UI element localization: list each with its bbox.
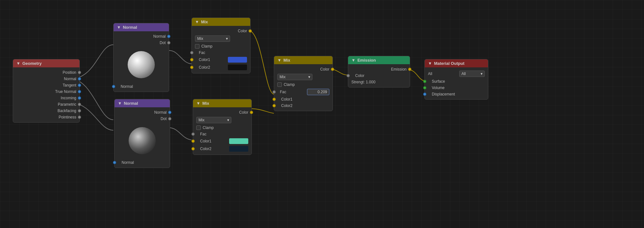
mix1-header[interactable]: ▼ Mix [192, 18, 250, 26]
material-volume-socket[interactable] [423, 86, 426, 89]
mix1-color1-socket[interactable] [190, 58, 193, 61]
mix1-body: Color Mix ▾ Clamp Fac Color1 [192, 26, 250, 73]
geometry-incoming-socket[interactable] [78, 96, 81, 100]
normal1-dot-row: Dot [114, 40, 169, 46]
mix2-header[interactable]: ▼ Mix [193, 99, 251, 107]
normal1-bottom-label: Normal [117, 84, 166, 89]
normal2-node: ▼ Normal Normal Dot Normal [114, 99, 170, 168]
mix3-dropdown-row: Mix ▾ [274, 72, 333, 81]
geometry-tangent-socket[interactable] [78, 84, 81, 87]
normal2-input-socket[interactable] [113, 161, 116, 164]
geometry-tangent-label: Tangent [16, 83, 76, 87]
emission-color-socket[interactable] [347, 74, 350, 77]
mix2-dropdown[interactable]: Mix ▾ [196, 117, 231, 123]
mix1-color-out-socket[interactable] [249, 29, 252, 33]
material-output-chevron: ▾ [481, 72, 483, 76]
normal1-header[interactable]: ▼ Normal [114, 23, 169, 31]
mix3-color-out-socket[interactable] [331, 68, 334, 71]
mix1-dropdown-row: Mix ▾ [192, 34, 250, 43]
geometry-pointiness-socket[interactable] [78, 116, 81, 119]
normal2-body: Normal Dot Normal [115, 107, 170, 168]
material-output-header[interactable]: ▼ Material Output [425, 59, 488, 67]
mix3-color1-socket[interactable] [273, 98, 276, 101]
mix3-header[interactable]: ▼ Mix [274, 56, 333, 64]
normal2-sphere-preview [129, 127, 156, 154]
normal2-header[interactable]: ▼ Normal [115, 99, 170, 107]
mix2-color2-swatch[interactable] [229, 146, 248, 152]
mix3-color2-socket[interactable] [273, 104, 276, 107]
normal2-normal-socket[interactable] [168, 111, 171, 114]
geometry-node-header[interactable]: ▼ Geometry [13, 59, 79, 67]
mix3-clamp-checkbox[interactable] [277, 82, 282, 87]
mix2-color-out-row: Color [193, 109, 251, 116]
geometry-parametric-row: Parametric [13, 101, 79, 108]
mix2-clamp-label: Clamp [203, 125, 214, 130]
normal2-bottom-label: Normal [118, 160, 167, 165]
mix2-color1-socket[interactable] [191, 140, 195, 143]
geometry-normal-socket[interactable] [78, 77, 81, 80]
mix3-title: Mix [283, 58, 290, 63]
mix1-fac-socket[interactable] [190, 51, 193, 54]
mix1-node: ▼ Mix Color Mix ▾ Clamp Fac Color1 [191, 18, 251, 73]
geometry-truenormal-socket[interactable] [78, 90, 81, 93]
mix3-color1-label: Color1 [277, 97, 329, 102]
mix3-body: Color Mix ▾ Clamp Fac 0.209 Color1 Color… [274, 64, 333, 111]
mix2-color2-socket[interactable] [191, 147, 195, 150]
geometry-parametric-socket[interactable] [78, 103, 81, 106]
geometry-backfacing-socket[interactable] [78, 109, 81, 112]
emission-out-label: Emission [351, 67, 407, 72]
geometry-position-label: Position [16, 70, 76, 75]
mix2-color-out-socket[interactable] [250, 111, 253, 114]
normal1-sphere-preview [128, 51, 155, 78]
mix2-clamp-checkbox[interactable] [196, 125, 201, 130]
geometry-triangle-icon: ▼ [16, 61, 20, 66]
mix1-color1-row: Color1 [192, 56, 250, 64]
emission-color-row: Color [348, 72, 410, 79]
material-displacement-socket[interactable] [423, 93, 426, 96]
geometry-position-socket[interactable] [78, 71, 81, 74]
mix1-dropdown[interactable]: Mix ▾ [195, 35, 230, 42]
mix1-clamp-checkbox[interactable] [195, 44, 199, 49]
normal2-dot-socket[interactable] [168, 117, 171, 120]
mix1-color-out-row: Color [192, 28, 250, 34]
normal1-normal-socket[interactable] [167, 35, 170, 38]
normal1-normal-label: Normal [117, 34, 166, 39]
material-volume-row: Volume [425, 85, 488, 91]
mix2-dropdown-chevron: ▾ [227, 118, 229, 122]
mix2-clamp-row: Clamp [193, 125, 251, 131]
mix3-color1-row: Color1 [274, 96, 333, 103]
material-surface-socket[interactable] [423, 80, 426, 83]
mix1-clamp-label: Clamp [201, 44, 213, 49]
normal1-input-socket[interactable] [112, 85, 115, 88]
normal2-title: Normal [124, 101, 138, 106]
emission-header[interactable]: ▼ Emission [348, 56, 410, 64]
mix3-triangle-icon: ▼ [277, 58, 281, 63]
mix3-fac-socket[interactable] [273, 90, 276, 94]
mix2-color1-swatch[interactable] [229, 138, 248, 144]
mix2-fac-socket[interactable] [191, 133, 195, 136]
mix1-fac-label: Fac [195, 50, 247, 55]
mix1-color1-label: Color1 [195, 57, 226, 62]
geometry-truenormal-label: True Normal [16, 89, 76, 94]
geometry-node-title: Geometry [22, 61, 42, 66]
mix2-color1-label: Color1 [196, 139, 227, 143]
material-output-dropdown[interactable]: All ▾ [459, 71, 485, 77]
mix3-fac-value[interactable]: 0.209 [307, 89, 329, 95]
mix3-dropdown[interactable]: Mix ▾ [277, 74, 312, 80]
mix1-color2-swatch[interactable] [228, 65, 247, 70]
material-output-body: All All ▾ Surface Volume Displacement [425, 67, 488, 99]
normal1-dot-socket[interactable] [167, 41, 170, 44]
mix1-color1-swatch[interactable] [228, 57, 247, 63]
emission-strength-row: Strengt: 1.000 [348, 79, 410, 85]
mix1-color2-socket[interactable] [190, 66, 193, 69]
geometry-pointiness-row: Pointiness [13, 114, 79, 120]
normal1-body: Normal Dot Normal [114, 31, 169, 92]
geometry-node: ▼ Geometry Position Normal Tangent True … [13, 59, 80, 123]
mix2-color2-row: Color2 [193, 145, 251, 153]
material-output-dropdown-val: All [461, 72, 466, 76]
geometry-normal-label: Normal [16, 77, 76, 81]
emission-out-socket[interactable] [408, 68, 411, 71]
mix2-body: Color Mix ▾ Clamp Fac Color1 Color2 [193, 107, 251, 155]
mix3-dropdown-val: Mix [280, 75, 286, 79]
normal2-dot-row: Dot [115, 116, 170, 122]
